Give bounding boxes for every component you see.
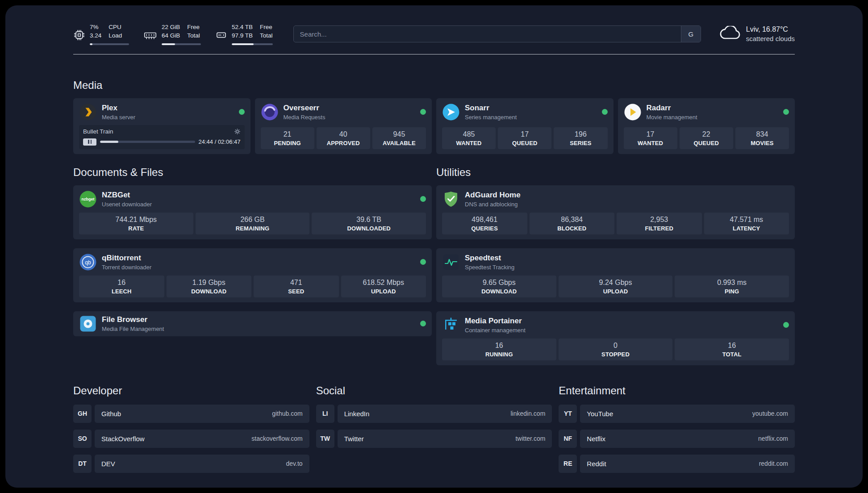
search-provider-button[interactable]: G [681,26,701,42]
app-desc: Media Requests [284,114,326,121]
memory-monitor: 22 GiB 64 GiB Free Total [143,23,201,45]
cpu-icon [73,23,85,45]
stat-label: QUEUED [500,140,550,146]
app-name: Overseerr [284,104,326,113]
section-title-social: Social [316,384,552,397]
status-dot [239,109,245,115]
bookmark-linkedin[interactable]: LI LinkedIn linkedin.com [316,405,552,423]
pause-icon[interactable] [83,138,96,146]
app-card-speedtest[interactable]: Speedtest Speedtest Tracking 9.65 Gbps D… [436,248,795,302]
stat-label: WANTED [626,140,676,146]
section-media: Media Plex Media server [73,79,795,154]
app-desc: Torrent downloader [102,264,151,271]
app-card-nzbget[interactable]: nzbget NZBGet Usenet downloader 744.21 M… [73,185,432,239]
section-developer: Developer GH Github github.com SO StackO… [73,384,309,473]
bookmark-dev[interactable]: DT DEV dev.to [73,455,309,473]
cpu-load-value: 3.24 [90,32,101,40]
stat-label: DOWNLOADED [313,225,424,232]
app-card-filebrowser[interactable]: File Browser Media File Management [73,311,432,336]
app-card-portainer[interactable]: Media Portainer Container management 16 … [436,311,795,365]
app-card-plex[interactable]: Plex Media server Bullet Train [73,98,250,154]
stat-value: 16 [444,342,555,350]
stackoverflow-icon: SO [73,430,92,448]
app-name: qBittorrent [102,254,151,263]
stat-label: AVAILABLE [374,140,424,146]
section-entertainment: Entertainment YT YouTube youtube.com NF … [559,384,795,473]
stat-label: LATENCY [706,225,788,232]
nzbget-icon: nzbget [79,190,97,208]
storage-monitor: 52.4 TB 97.9 TB Free Total [215,23,273,45]
stat-tile: 196 SERIES [554,127,607,149]
app-card-adguard[interactable]: AdGuard Home DNS and adblocking 498,461 … [436,185,795,239]
app-card-qbittorrent[interactable]: qb qBittorrent Torrent downloader 16 LEE… [73,248,432,302]
bookmark-url: youtube.com [752,410,788,417]
stat-label: BLOCKED [531,225,613,232]
stat-label: LEECH [81,288,163,295]
app-name: Plex [102,104,135,113]
stat-value: 945 [374,130,424,138]
app-name: Media Portainer [465,317,526,326]
gear-icon[interactable] [234,128,241,135]
stat-label: FILTERED [618,225,700,232]
bookmark-url: reddit.com [759,460,788,467]
app-desc: Media File Management [102,326,164,332]
stat-label: WANTED [444,140,494,146]
playback-progress-bar[interactable] [100,141,195,143]
app-card-overseerr[interactable]: Overseerr Media Requests 21 PENDING 40 A… [255,98,432,154]
bookmark-github[interactable]: GH Github github.com [73,405,309,423]
cpu-load-label: Load [108,32,122,40]
stat-value: 1.19 Gbps [168,279,250,287]
bookmark-youtube[interactable]: YT YouTube youtube.com [559,405,795,423]
search-input[interactable] [294,26,681,42]
stat-label: SEED [255,288,337,295]
bookmark-url: netflix.com [758,435,788,442]
now-playing-panel: Bullet Train 24:44 / 0 [79,125,245,149]
stat-tile: 47.571 ms LATENCY [704,213,789,234]
radarr-icon [624,103,642,121]
bookmark-netflix[interactable]: NF Netflix netflix.com [559,430,795,448]
svg-text:nzbget: nzbget [82,197,95,201]
stat-value: 196 [555,130,605,138]
bookmark-twitter[interactable]: TW Twitter twitter.com [316,430,552,448]
stat-tile: 0 STOPPED [559,338,673,360]
stat-tile: 9.65 Gbps DOWNLOAD [442,276,556,297]
status-dot [602,109,608,115]
storage-free-value: 52.4 TB [232,23,253,32]
stat-tile: 471 SEED [254,276,339,297]
app-name: Speedtest [465,254,514,263]
stat-value: 22 [681,130,731,138]
app-card-radarr[interactable]: Radarr Movie management 17 WANTED 22 QUE… [618,98,795,154]
stat-value: 47.571 ms [706,216,788,224]
stat-tile: 17 WANTED [624,127,677,149]
bookmark-stackoverflow[interactable]: SO StackOverflow stackoverflow.com [73,430,309,448]
stat-tile: 86,384 BLOCKED [530,213,615,234]
stat-tile: 834 MOVIES [735,127,789,149]
cloud-icon [720,26,740,42]
plex-icon [79,103,97,121]
app-desc: Series management [465,114,517,121]
bookmark-reddit[interactable]: RE Reddit reddit.com [559,455,795,473]
app-desc: Usenet downloader [102,201,152,208]
stat-value: 16 [81,279,163,287]
stat-value: 498,461 [444,216,526,224]
bookmark-name: Reddit [587,460,606,468]
stat-label: PING [676,288,787,295]
now-playing-title: Bullet Train [83,128,113,135]
stat-value: 266 GB [197,216,308,224]
twitter-icon: TW [316,430,334,448]
stat-value: 9.65 Gbps [444,279,555,287]
stat-value: 0 [560,342,671,350]
stat-label: RATE [81,225,192,232]
stat-label: DOWNLOAD [168,288,250,295]
stat-label: RUNNING [444,351,555,358]
stat-tile: 0.993 ms PING [675,276,789,297]
app-card-sonarr[interactable]: Sonarr Series management 485 WANTED 17 Q… [436,98,613,154]
stat-value: 744.21 Mbps [81,216,192,224]
screen: 7% 3.24 CPU Load [0,0,868,493]
storage-total-value: 97.9 TB [232,32,253,40]
stat-tile: 17 QUEUED [498,127,551,149]
media-card-grid: Plex Media server Bullet Train [73,98,795,154]
stat-value: 471 [255,279,337,287]
bookmark-name: Netflix [587,435,605,443]
bookmark-name: DEV [101,460,115,468]
